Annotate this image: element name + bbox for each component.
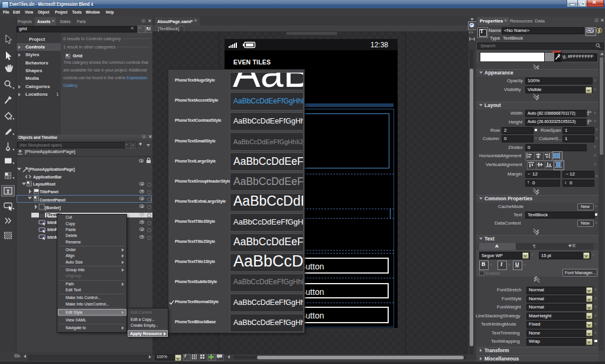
svg-text:T: T <box>6 188 9 194</box>
